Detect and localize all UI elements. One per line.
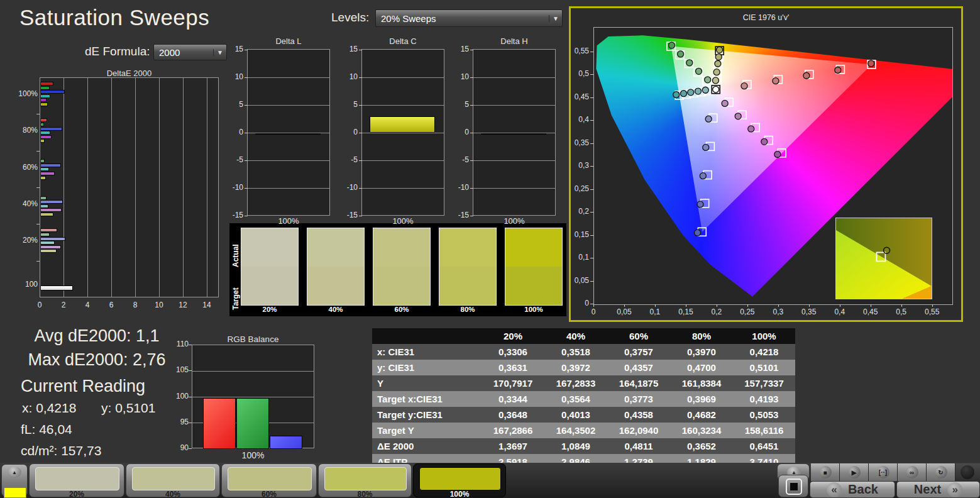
back-button[interactable]: «Back	[810, 481, 895, 498]
table-cell: 157,7337	[733, 375, 795, 391]
cie-x-tick: 0,15	[674, 307, 697, 316]
swatch-target	[241, 267, 298, 305]
page-title: Saturation Sweeps	[19, 5, 209, 30]
table-row: Y170,7917167,2833164,1875161,8384157,733…	[372, 375, 795, 391]
table-header-cell: 100%	[733, 328, 795, 344]
next-label: Next	[914, 482, 941, 497]
deltae-bar-cyan	[40, 241, 55, 245]
table-cell: 0,3564	[544, 391, 607, 407]
pattern-level-button-100%[interactable]: 100%	[413, 463, 506, 497]
cie-x-tick: 0,35	[798, 307, 820, 316]
pattern-level-button-60%[interactable]: 60%	[221, 463, 317, 497]
table-row: ΔE 20001,36971,08490,48110,36520,6451	[372, 438, 795, 454]
delta_l-plot	[247, 49, 330, 216]
refresh-button[interactable]: ↻	[927, 463, 955, 481]
swatch-level-label: 20%	[241, 306, 299, 313]
deltae-bar-cyan	[40, 131, 50, 135]
table-cell: 0,6451	[733, 438, 795, 454]
de-formula-dropdown[interactable]: 2000 ▼	[153, 44, 227, 60]
cie-measured-point	[681, 91, 687, 97]
cie-y-tick: 0,3	[571, 161, 589, 170]
cie-plot-area	[593, 27, 953, 305]
swatch-actual	[505, 228, 562, 267]
collapse-arrow-button[interactable]: ▲	[8, 467, 21, 478]
cie-measured-point	[868, 60, 874, 67]
deltae-bar-green	[40, 159, 45, 163]
back-label: Back	[848, 482, 878, 497]
deltae-group-label: 20%	[11, 236, 38, 245]
deltae-bar-magenta	[40, 208, 62, 212]
pattern-level-button-40%[interactable]: 40%	[126, 463, 220, 497]
cie-measured-point	[700, 173, 706, 179]
chevron-down-icon: ▼	[549, 15, 562, 22]
deltae2000-title: DeltaE 2000	[40, 69, 219, 78]
deltae-x-tick: 6	[105, 301, 118, 309]
rgb-x-label: 100%	[192, 450, 314, 460]
levels-value: 20% Sweeps	[376, 13, 549, 24]
delta_l-y-tick: 15	[222, 45, 243, 53]
swatch-level-label: 80%	[439, 306, 497, 313]
cie-measured-point	[669, 42, 675, 48]
current-y: y: 0,5101	[101, 401, 155, 416]
cie-measured-point	[715, 54, 722, 60]
deltae-bar-cyan	[40, 204, 48, 208]
table-row-label: Target y:CIE31	[372, 407, 482, 423]
rgb-bar-red	[203, 398, 236, 449]
cie-measured-point	[695, 68, 702, 74]
table-row-label: Target x:CIE31	[372, 391, 482, 407]
pattern-level-label: 20%	[30, 490, 124, 498]
swatch-target	[307, 267, 364, 305]
cie-1976-diagram: CIE 1976 u'v'00,050,10,150,20,250,30,350…	[569, 6, 963, 322]
continuous-button[interactable]: ∞	[898, 463, 927, 481]
rgb-bar-blue	[270, 436, 302, 449]
table-cell: 0,4682	[670, 407, 733, 423]
table-row-label: x: CIE31	[372, 344, 482, 360]
deltae-bar-red	[40, 82, 53, 86]
swatch-20%	[241, 228, 299, 306]
current-cdm2: cd/m²: 157,73	[21, 443, 101, 458]
cie-measured-point	[695, 230, 701, 236]
cie-measured-point	[705, 116, 712, 122]
window-pattern-button[interactable]	[778, 475, 808, 497]
pattern-level-button-80%[interactable]: 80%	[318, 463, 412, 497]
measure-interval-button[interactable]: [··]	[869, 463, 898, 481]
cie-measured-point	[741, 83, 747, 89]
deltae-bar-magenta	[40, 172, 55, 175]
cie-x-tick: 0	[582, 307, 605, 316]
play-button[interactable]: ▶	[840, 463, 869, 481]
cie-y-tick: 0	[571, 299, 589, 307]
stop-button[interactable]: ■	[811, 463, 840, 481]
swatch-100%	[505, 228, 563, 306]
table-cell: 162,0940	[607, 423, 670, 438]
cie-measured-point	[703, 144, 709, 150]
pattern-level-label: 40%	[126, 490, 219, 498]
delta_c-y-tick: -15	[336, 211, 358, 219]
table-cell: 0,3972	[544, 360, 607, 375]
cie-x-tick: 0,55	[921, 307, 944, 316]
swatch-80%	[439, 228, 497, 306]
deltae-bar-green	[40, 86, 50, 90]
swatch-60%	[373, 228, 431, 306]
swatch-actual	[241, 228, 298, 267]
saturation-sweeps-page: Saturation Sweeps dE Formula: 2000 ▼ Lev…	[0, 0, 980, 498]
swatch-level-label: 40%	[307, 306, 365, 313]
swatch-target	[373, 267, 430, 305]
delta_h-y-tick: 5	[448, 100, 469, 109]
delta_l-y-tick: 0	[222, 128, 243, 136]
cie-zoom-inset	[835, 218, 932, 299]
deltae-bar-yellow	[40, 102, 48, 106]
cie-measured-point	[773, 78, 779, 84]
deltae-bar-magenta	[40, 135, 52, 139]
cie-measured-point	[697, 201, 703, 208]
deltae-group-label: 80%	[11, 126, 38, 135]
levels-dropdown[interactable]: 20% Sweeps ▼	[375, 9, 563, 27]
rgb-y-tick: 95	[168, 418, 189, 426]
pattern-level-button-20%[interactable]: 20%	[29, 463, 124, 497]
deltae-x-tick: 4	[81, 301, 94, 309]
delta_l-bar	[255, 133, 321, 135]
swatch-level-label: 100%	[505, 306, 563, 313]
next-button[interactable]: Next»	[896, 481, 980, 498]
cie-measured-point	[673, 92, 680, 98]
table-cell: 160,3234	[670, 423, 733, 438]
table-header-cell: 60%	[607, 328, 670, 344]
